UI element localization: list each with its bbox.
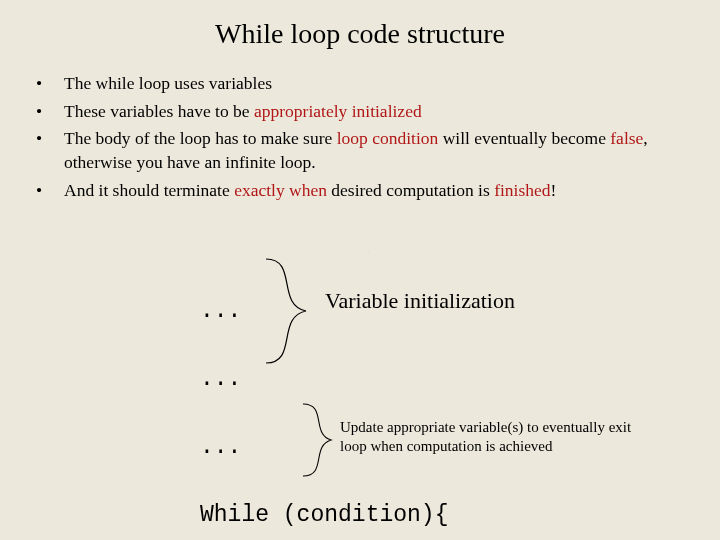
text-highlight: loop condition (337, 128, 439, 148)
bullet-list: • The while loop uses variables • These … (30, 72, 690, 202)
bullet-item: • The while loop uses variables (30, 72, 690, 96)
text-span: ! (551, 180, 557, 200)
text-highlight: exactly when (234, 180, 327, 200)
code-line: While (condition){ (200, 498, 448, 532)
text-span: These variables have to be (64, 101, 254, 121)
bullet-text: These variables have to be appropriately… (64, 100, 690, 124)
bullet-text: The while loop uses variables (64, 72, 690, 96)
text-highlight: finished (494, 180, 550, 200)
slide-title: While loop code structure (0, 0, 720, 50)
annotation-init: Variable initialization (325, 288, 515, 314)
text-span: And it should terminate (64, 180, 234, 200)
text-span: will eventually become (438, 128, 610, 148)
bullet-mark: • (30, 72, 64, 96)
bullet-text: And it should terminate exactly when des… (64, 179, 690, 203)
text-highlight: appropriately initialized (254, 101, 422, 121)
bullet-item: • The body of the loop has to make sure … (30, 127, 690, 174)
brace-icon (256, 255, 316, 367)
bullet-text: The body of the loop has to make sure lo… (64, 127, 690, 174)
text-span: The body of the loop has to make sure (64, 128, 337, 148)
bullet-mark: • (30, 100, 64, 124)
text-highlight: false (610, 128, 643, 148)
bullet-mark: • (30, 179, 64, 203)
bullet-item: • And it should terminate exactly when d… (30, 179, 690, 203)
annotation-update: Update appropriate variable(s) to eventu… (340, 418, 660, 456)
code-line: ... (200, 362, 448, 396)
bullet-item: • These variables have to be appropriate… (30, 100, 690, 124)
brace-icon (297, 400, 337, 480)
text-span: desired computation is (327, 180, 494, 200)
bullet-mark: • (30, 127, 64, 174)
